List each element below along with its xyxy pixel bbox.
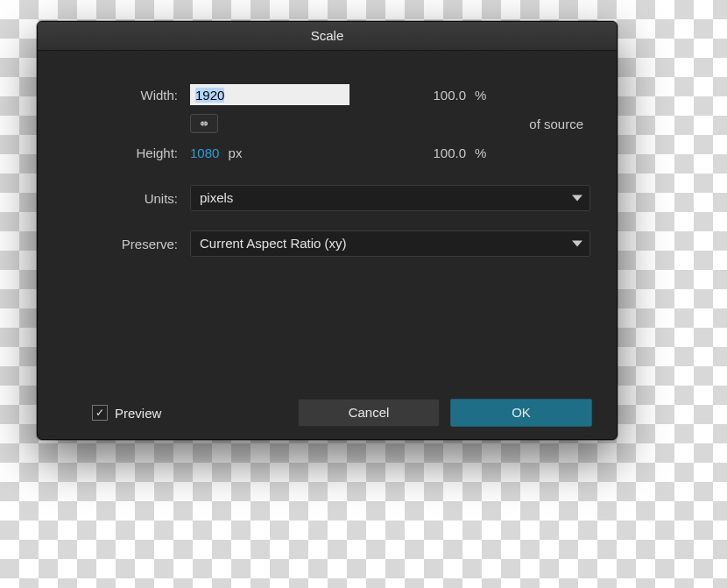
height-value-cell[interactable]: 1080 px bbox=[190, 145, 365, 160]
width-row: Width: 100.0 % bbox=[64, 77, 590, 112]
preview-checkbox[interactable] bbox=[92, 405, 108, 421]
ok-button[interactable]: OK bbox=[450, 399, 592, 427]
width-input[interactable] bbox=[190, 84, 349, 105]
preview-toggle[interactable]: Preview bbox=[92, 405, 161, 421]
caret-down-icon bbox=[572, 241, 582, 247]
preserve-row: Preserve: Current Aspect Ratio (xy) bbox=[64, 226, 590, 261]
width-label: Width: bbox=[64, 88, 190, 103]
caret-down-icon bbox=[572, 195, 582, 202]
dialog-title: Scale bbox=[38, 22, 617, 51]
link-row: of source bbox=[64, 112, 590, 135]
height-row: Height: 1080 px 100.0 % bbox=[64, 135, 590, 170]
preview-label: Preview bbox=[115, 406, 161, 421]
units-select[interactable]: pixels bbox=[190, 185, 590, 211]
width-percent-unit: % bbox=[475, 88, 501, 103]
height-label: Height: bbox=[64, 145, 190, 160]
link-icon[interactable] bbox=[190, 114, 218, 133]
height-percent[interactable]: 100.0 bbox=[365, 145, 475, 160]
units-label: Units: bbox=[64, 191, 190, 206]
preserve-select[interactable]: Current Aspect Ratio (xy) bbox=[190, 230, 590, 257]
units-row: Units: pixels bbox=[64, 181, 590, 216]
cancel-button[interactable]: Cancel bbox=[298, 399, 440, 427]
height-value[interactable]: 1080 bbox=[190, 145, 219, 160]
width-percent[interactable]: 100.0 bbox=[365, 88, 475, 103]
dialog-body: Width: 100.0 % bbox=[38, 51, 617, 261]
preserve-select-value: Current Aspect Ratio (xy) bbox=[200, 236, 347, 251]
height-unit: px bbox=[229, 145, 243, 160]
chain-icon bbox=[197, 118, 211, 129]
scale-dialog: Scale Width: 100.0 % bbox=[37, 21, 618, 440]
height-percent-unit: % bbox=[475, 145, 501, 160]
dialog-footer: Preview Cancel OK bbox=[38, 386, 617, 439]
width-value-cell bbox=[190, 84, 365, 105]
preserve-label: Preserve: bbox=[64, 237, 190, 251]
units-select-value: pixels bbox=[200, 190, 233, 205]
of-source-label: of source bbox=[501, 117, 590, 131]
